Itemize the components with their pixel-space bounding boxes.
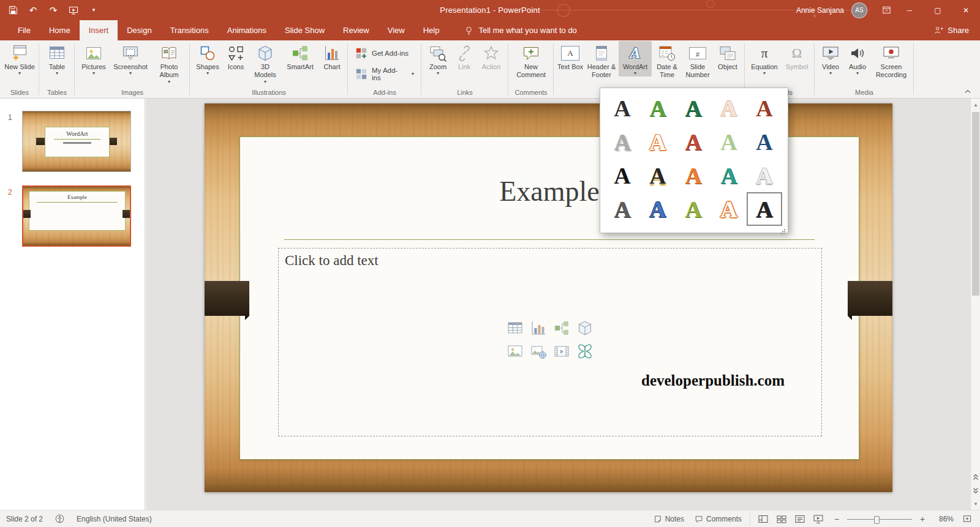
wordart-style-option-6[interactable]: A [605, 125, 640, 159]
wordart-style-option-5[interactable]: A [747, 91, 782, 125]
equation-button[interactable]: π Equation [747, 41, 782, 77]
reading-view-button[interactable] [792, 512, 808, 526]
shapes-button[interactable]: Shapes [192, 41, 223, 77]
slide-number-button[interactable]: # Slide Number [682, 41, 713, 80]
video-button[interactable]: Video [817, 41, 844, 77]
wordart-style-option-18[interactable]: A [676, 192, 711, 226]
insert-online-picture-icon[interactable] [527, 340, 549, 362]
chart-button[interactable]: Chart [318, 41, 345, 71]
next-slide-button[interactable] [971, 485, 980, 495]
zoom-out-button[interactable]: − [832, 514, 842, 524]
user-name[interactable]: Annie Sanjana [796, 6, 844, 15]
get-addins-button[interactable]: Get Add-ins [353, 46, 417, 61]
undo-button[interactable]: ↶ [28, 4, 39, 17]
wordart-style-option-10[interactable]: A [747, 125, 782, 159]
text-box-button[interactable]: A Text Box [556, 41, 584, 71]
wordart-style-option-14[interactable]: A [711, 159, 747, 192]
language-indicator[interactable]: English (United States) [77, 515, 152, 523]
tab-slide-show[interactable]: Slide Show [276, 20, 334, 40]
insert-stock-icon-icon[interactable] [574, 340, 596, 362]
zoom-slider-handle[interactable] [874, 516, 880, 524]
new-slide-button[interactable]: New Slide [2, 41, 37, 77]
smartart-button[interactable]: SmartArt [282, 41, 318, 71]
save-button[interactable] [7, 4, 18, 17]
tab-transitions[interactable]: Transitions [161, 20, 218, 40]
slide[interactable]: Example Click to add text [205, 103, 892, 492]
avatar[interactable]: AS [851, 2, 867, 18]
ribbon-display-options-button[interactable] [877, 0, 895, 20]
wordart-style-option-13[interactable]: A [676, 159, 711, 192]
zoom-level[interactable]: 86% [933, 515, 954, 523]
insert-chart-icon[interactable] [527, 317, 549, 339]
tab-insert[interactable]: Insert [80, 20, 118, 40]
tell-me-box[interactable]: Tell me what you want to do [464, 20, 576, 40]
scroll-up-button[interactable]: ▲ [971, 100, 980, 110]
customize-quick-access-button[interactable]: ▾ [88, 4, 99, 17]
wordart-style-option-3[interactable]: A [676, 91, 711, 125]
accessibility-checker-icon[interactable] [53, 513, 67, 525]
screen-recording-button[interactable]: Screen Recording [871, 41, 911, 80]
tab-file[interactable]: File [9, 20, 40, 40]
wordart-style-option-12[interactable]: A [640, 159, 676, 192]
tab-animations[interactable]: Animations [218, 20, 276, 40]
slide-sorter-view-button[interactable] [774, 512, 790, 526]
table-button[interactable]: Table [42, 41, 72, 77]
comments-toggle-button[interactable]: Comments [692, 514, 744, 525]
body-text-placeholder[interactable]: Click to add text [278, 248, 822, 436]
normal-view-button[interactable] [755, 512, 771, 526]
insert-3d-model-icon[interactable] [574, 317, 596, 339]
scroll-down-button[interactable]: ▼ [971, 499, 980, 509]
tab-view[interactable]: View [379, 20, 414, 40]
wordart-style-option-2[interactable]: A [640, 91, 676, 125]
share-button[interactable]: Share [934, 20, 980, 40]
date-time-button[interactable]: Date & Time [652, 41, 682, 80]
notes-toggle-button[interactable]: Notes [651, 514, 687, 525]
wordart-style-option-19[interactable]: A [711, 192, 747, 226]
wordart-style-option-16[interactable]: A [605, 192, 640, 226]
slide-show-view-button[interactable] [810, 512, 826, 526]
insert-smartart-icon[interactable] [551, 317, 573, 339]
collapse-ribbon-button[interactable] [962, 86, 974, 96]
icons-button[interactable]: Icons [223, 41, 249, 71]
zoom-in-button[interactable]: + [918, 514, 927, 524]
insert-table-icon[interactable] [504, 317, 526, 339]
slide-indicator[interactable]: Slide 2 of 2 [6, 515, 43, 523]
maximize-button[interactable]: ▢ [924, 0, 952, 20]
wordart-button[interactable]: A WordArt [619, 41, 652, 77]
wordart-style-option-4[interactable]: A [711, 91, 747, 125]
audio-button[interactable]: Audio [844, 41, 871, 77]
wordart-style-option-11[interactable]: A [605, 159, 640, 192]
fit-slide-to-window-button[interactable] [959, 512, 975, 526]
minimize-button[interactable]: ─ [895, 0, 924, 20]
tab-home[interactable]: Home [40, 20, 80, 40]
tab-review[interactable]: Review [334, 20, 379, 40]
close-button[interactable]: ✕ [952, 0, 980, 20]
wordart-style-option-20-selected[interactable]: A [747, 192, 782, 226]
start-slideshow-button[interactable] [68, 4, 79, 17]
pictures-button[interactable]: Pictures [77, 41, 110, 77]
wordart-style-option-8[interactable]: A [676, 125, 711, 159]
scrollbar-thumb[interactable] [972, 112, 979, 296]
my-addins-button[interactable]: My Add-ins [353, 65, 417, 83]
wordart-style-option-15[interactable]: A [747, 159, 782, 192]
zoom-button[interactable]: Zoom [424, 41, 452, 77]
header-footer-button[interactable]: Header & Footer [584, 41, 619, 80]
photo-album-button[interactable]: Photo Album [151, 41, 187, 85]
wordart-style-option-7[interactable]: A [640, 125, 676, 159]
tab-design[interactable]: Design [118, 20, 160, 40]
previous-slide-button[interactable] [971, 472, 980, 482]
zoom-slider[interactable] [847, 514, 912, 524]
tab-help[interactable]: Help [414, 20, 449, 40]
slide-thumbnail-1[interactable]: WordArt [22, 111, 131, 172]
vertical-scrollbar[interactable]: ▲ ▼ [970, 99, 980, 510]
redo-button[interactable]: ↷ [48, 4, 59, 17]
screenshot-button[interactable]: Screenshot [110, 41, 151, 77]
wordart-style-option-9[interactable]: A [711, 125, 747, 159]
wordart-style-option-17[interactable]: A [640, 192, 676, 226]
object-button[interactable]: Object [713, 41, 742, 71]
3d-models-button[interactable]: 3D Models [249, 41, 282, 85]
wordart-style-option-1[interactable]: A [605, 91, 640, 125]
new-comment-button[interactable]: New Comment [511, 41, 551, 80]
insert-video-icon[interactable] [551, 340, 573, 362]
slide-thumbnail-2-selected[interactable]: Example [22, 185, 131, 247]
